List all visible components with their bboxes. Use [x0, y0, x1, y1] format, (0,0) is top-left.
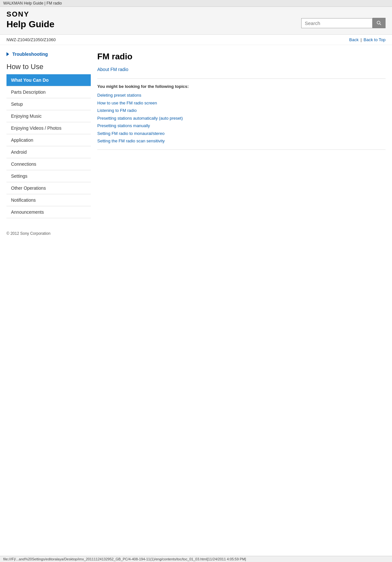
- sidebar-item-notifications[interactable]: Notifications: [6, 194, 91, 206]
- nav-separator: |: [361, 37, 362, 42]
- topic-link-5[interactable]: Presetting stations manually: [97, 123, 386, 129]
- sidebar-item-connections[interactable]: Connections: [6, 158, 91, 170]
- browser-tab-title: WALKMAN Help Guide | FM radio: [3, 1, 62, 6]
- copyright-text: © 2012 Sony Corporation: [6, 231, 51, 236]
- sidebar-item-setup[interactable]: Setup: [6, 98, 91, 110]
- topic-link-3[interactable]: Listening to FM radio: [97, 107, 386, 114]
- search-button[interactable]: [373, 18, 386, 28]
- sidebar-item-announcements[interactable]: Announcements: [6, 206, 91, 218]
- topic-link-2[interactable]: How to use the FM radio screen: [97, 100, 386, 106]
- troubleshooting-link[interactable]: Troubleshooting: [6, 52, 91, 57]
- how-to-use-heading: How to Use: [6, 63, 91, 71]
- sony-logo: SONY: [6, 10, 54, 18]
- svg-line-1: [380, 24, 381, 25]
- sidebar-item-settings[interactable]: Settings: [6, 170, 91, 182]
- nav-bar: NWZ-Z1040/Z1050/Z1060 Back | Back to Top: [0, 35, 392, 45]
- search-area: [301, 18, 386, 28]
- sidebar-items: What You Can Do Parts Description Setup …: [6, 74, 91, 218]
- topic-link-7[interactable]: Setting the FM radio scan sensitivity: [97, 138, 386, 144]
- topic-link-1[interactable]: Deleting preset stations: [97, 92, 386, 99]
- search-input[interactable]: [301, 18, 373, 28]
- main-content: Troubleshooting How to Use What You Can …: [0, 45, 392, 225]
- topic-link-6[interactable]: Setting FM radio to monaural/stereo: [97, 130, 386, 137]
- topics-divider: [97, 149, 386, 150]
- troubleshooting-label: Troubleshooting: [12, 52, 48, 57]
- sidebar-item-what-you-can-do[interactable]: What You Can Do: [6, 74, 91, 86]
- help-guide-title: Help Guide: [6, 19, 54, 30]
- svg-point-0: [377, 21, 380, 24]
- page-heading: FM radio: [97, 52, 386, 62]
- sidebar-item-parts-description[interactable]: Parts Description: [6, 86, 91, 98]
- back-link[interactable]: Back: [349, 37, 359, 42]
- sidebar-item-android[interactable]: Android: [6, 146, 91, 158]
- about-fm-radio-link[interactable]: About FM radio: [97, 67, 386, 72]
- device-model: NWZ-Z1040/Z1050/Z1060: [6, 37, 56, 42]
- sidebar-item-other-operations[interactable]: Other Operations: [6, 182, 91, 194]
- topics-section: You might be looking for the following t…: [97, 78, 386, 150]
- sidebar-item-application[interactable]: Application: [6, 134, 91, 146]
- topics-heading: You might be looking for the following t…: [97, 84, 386, 89]
- browser-tab: WALKMAN Help Guide | FM radio: [0, 0, 392, 7]
- topic-link-4[interactable]: Presetting stations automatically (auto …: [97, 115, 386, 122]
- footer: © 2012 Sony Corporation: [0, 225, 392, 242]
- chevron-right-icon: [6, 52, 9, 56]
- sidebar-item-enjoying-music[interactable]: Enjoying Music: [6, 110, 91, 122]
- header: SONY Help Guide: [0, 7, 392, 35]
- header-left: SONY Help Guide: [6, 10, 54, 30]
- nav-links: Back | Back to Top: [349, 37, 386, 42]
- search-icon: [376, 20, 382, 26]
- topic-links: Deleting preset stations How to use the …: [97, 92, 386, 144]
- sidebar-item-enjoying-videos-photos[interactable]: Enjoying Videos / Photos: [6, 122, 91, 134]
- content-area: FM radio About FM radio You might be loo…: [97, 52, 386, 218]
- back-to-top-link[interactable]: Back to Top: [363, 37, 386, 42]
- sidebar: Troubleshooting How to Use What You Can …: [6, 52, 91, 218]
